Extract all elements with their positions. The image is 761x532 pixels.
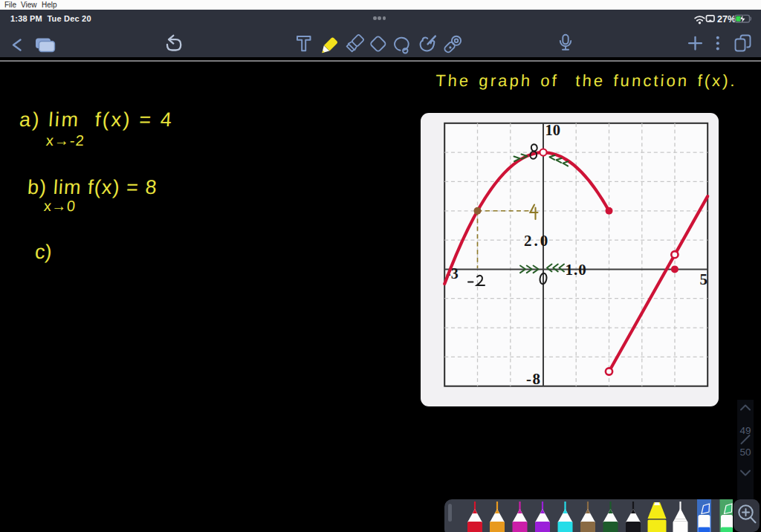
svg-text:5: 5 (700, 270, 708, 288)
svg-text:50: 50 (739, 447, 751, 458)
svg-text:2.0: 2.0 (524, 232, 550, 250)
svg-text:10: 10 (545, 122, 561, 138)
svg-text:1.0: 1.0 (566, 261, 587, 279)
svg-text:-8: -8 (526, 370, 542, 388)
svg-text:49: 49 (739, 425, 751, 436)
svg-text:27%: 27% (717, 14, 736, 25)
